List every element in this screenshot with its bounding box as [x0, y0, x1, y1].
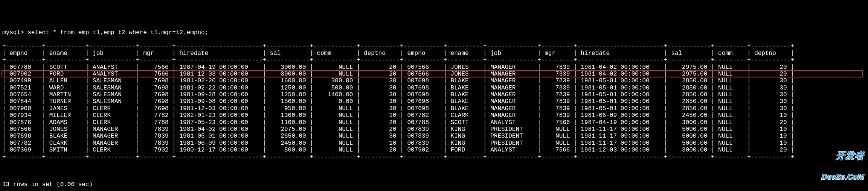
watermark: 开发者 DevZe.CoM: [822, 138, 864, 187]
result-table: +----------+-----------+-------------+--…: [2, 43, 866, 161]
table-row: | 007782 | CLARK | MANAGER | 7839 | 1981…: [2, 140, 866, 147]
table-separator: +----------+-----------+-------------+--…: [2, 154, 866, 161]
table-separator: +----------+-----------+-------------+--…: [2, 43, 866, 50]
table-separator: +----------+-----------+-------------+--…: [2, 57, 866, 64]
table-row: | 007654 | MARTIN | SALESMAN | 7698 | 19…: [2, 91, 866, 98]
table-row: | 007934 | MILLER | CLERK | 7782 | 1982-…: [2, 112, 866, 119]
table-row: | 007844 | TURNER | SALESMAN | 7698 | 19…: [2, 98, 866, 105]
table-row: | 007369 | SMITH | CLERK | 7902 | 1980-1…: [2, 147, 866, 153]
table-row: | 007876 | ADAMS | CLERK | 7788 | 1987-0…: [2, 119, 866, 126]
watermark-line1: 开发者: [822, 151, 864, 160]
table-row: | 007788 | SCOTT | ANALYST | 7566 | 1987…: [2, 64, 866, 71]
table-header-row: | empno | ename | job | mgr | hiredate |…: [2, 50, 866, 57]
table-row: | 007499 | ALLEN | SALESMAN | 7698 | 198…: [2, 77, 866, 84]
table-row: | 007521 | WARD | SALESMAN | 7698 | 1981…: [2, 85, 866, 91]
table-row: | 007566 | JONES | MANAGER | 7839 | 1981…: [2, 126, 866, 133]
empty-line: [2, 167, 866, 174]
result-footer: 13 rows in set (0.00 sec): [2, 181, 866, 188]
table-row: | 007698 | BLAKE | MANAGER | 7839 | 1981…: [2, 133, 866, 139]
watermark-line2: DevZe.CoM: [822, 173, 864, 181]
table-row: | 007902 | FORD | ANALYST | 7566 | 1981-…: [2, 71, 866, 77]
sql-prompt: mysql> select * from emp t1,emp t2 where…: [2, 29, 866, 36]
table-row: | 007900 | JAMES | CLERK | 7698 | 1981-1…: [2, 105, 866, 112]
